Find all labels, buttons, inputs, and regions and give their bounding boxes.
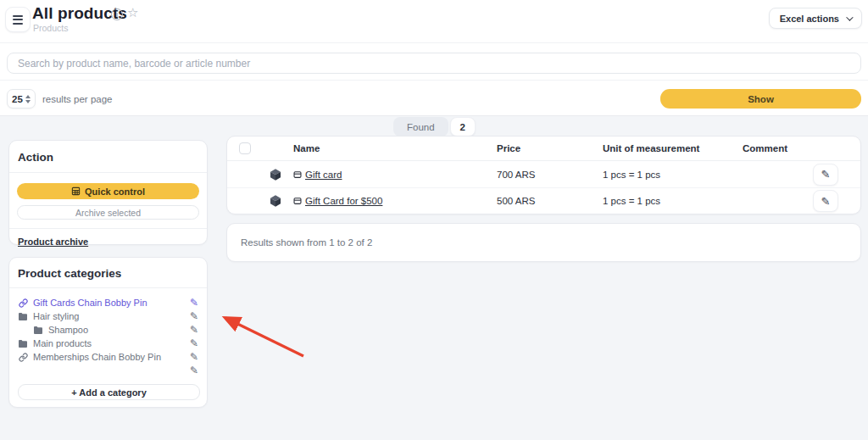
categories-panel-title: Product categories bbox=[9, 258, 207, 287]
chevron-down-icon bbox=[846, 14, 853, 20]
action-panel: Action Quick control Archive selected Pr… bbox=[8, 140, 208, 245]
package-cube-icon bbox=[258, 194, 293, 208]
category-item[interactable]: Hair styling ✎ bbox=[18, 309, 198, 323]
product-price: 700 ARS bbox=[497, 170, 603, 180]
table-row[interactable]: Gift Card for $500 500 ARS 1 pcs = 1 pcs… bbox=[227, 187, 860, 214]
edit-pencil-icon[interactable]: ✎ bbox=[190, 365, 198, 376]
edit-pencil-icon[interactable]: ✎ bbox=[190, 338, 198, 348]
pencil-icon: ✎ bbox=[821, 196, 831, 207]
category-item[interactable]: Shampoo ✎ bbox=[18, 323, 198, 337]
info-icon[interactable]: i bbox=[111, 8, 123, 20]
edit-pencil-icon[interactable]: ✎ bbox=[190, 352, 198, 362]
show-button[interactable]: Show bbox=[660, 89, 861, 109]
product-archive-link[interactable]: Product archive bbox=[18, 237, 88, 247]
table-header-row: Name Price Unit of measurement Comment bbox=[227, 136, 860, 161]
results-tabs: Found 2 bbox=[393, 117, 476, 136]
select-all-checkbox[interactable] bbox=[239, 142, 251, 154]
top-bar: All products Products i ☆ Excel actions … bbox=[0, 0, 868, 116]
quick-control-button[interactable]: Quick control bbox=[17, 183, 199, 199]
divider bbox=[0, 80, 868, 81]
search-input[interactable] bbox=[7, 53, 861, 74]
category-item[interactable]: Gift Cards Chain Bobby Pin ✎ bbox=[18, 296, 198, 309]
column-header-comment: Comment bbox=[743, 143, 813, 153]
column-header-name: Name bbox=[293, 143, 497, 153]
products-table: Name Price Unit of measurement Comment G… bbox=[226, 136, 861, 214]
results-summary-text: Results shown from 1 to 2 of 2 bbox=[227, 237, 372, 248]
excel-actions-button[interactable]: Excel actions bbox=[769, 8, 862, 29]
category-label: Shampoo bbox=[48, 325, 185, 335]
category-label: Gift Cards Chain Bobby Pin bbox=[33, 298, 185, 308]
per-page-label: results per page bbox=[42, 94, 112, 104]
product-unit: 1 pcs = 1 pcs bbox=[603, 196, 743, 206]
category-label: Memberships Chain Bobby Pin bbox=[33, 352, 185, 362]
products-page: All products Products i ☆ Excel actions … bbox=[0, 0, 868, 440]
category-label: Main products bbox=[33, 338, 185, 348]
annotation-arrow bbox=[212, 307, 314, 365]
package-cube-icon bbox=[258, 168, 293, 181]
breadcrumb: Products bbox=[33, 23, 68, 33]
edit-product-button[interactable]: ✎ bbox=[813, 164, 838, 186]
gift-card-icon bbox=[293, 197, 302, 205]
divider bbox=[0, 42, 868, 43]
table-row[interactable]: Gift card 700 ARS 1 pcs = 1 pcs ✎ bbox=[227, 161, 860, 187]
edit-pencil-icon[interactable]: ✎ bbox=[190, 311, 198, 321]
category-item[interactable]: Memberships Chain Bobby Pin ✎ bbox=[18, 350, 198, 364]
tab-found[interactable]: Found bbox=[393, 117, 448, 136]
link-icon bbox=[18, 352, 28, 362]
stepper-icon bbox=[25, 95, 31, 103]
quick-control-label: Quick control bbox=[85, 187, 145, 197]
product-link[interactable]: Gift Card for $500 bbox=[305, 196, 382, 206]
column-header-unit: Unit of measurement bbox=[603, 143, 743, 153]
per-page-value: 25 bbox=[12, 94, 23, 104]
link-icon bbox=[18, 298, 28, 308]
product-price: 500 ARS bbox=[497, 196, 603, 206]
per-page-select[interactable]: 25 bbox=[7, 89, 36, 109]
add-category-button[interactable]: + Add a category bbox=[18, 384, 200, 400]
excel-actions-label: Excel actions bbox=[780, 14, 839, 24]
archive-selected-button[interactable]: Archive selected bbox=[17, 205, 199, 220]
product-link[interactable]: Gift card bbox=[305, 170, 342, 180]
category-list: Gift Cards Chain Bobby Pin ✎ Hair stylin… bbox=[9, 288, 207, 377]
tab-found-count[interactable]: 2 bbox=[450, 117, 476, 136]
category-label: Hair styling bbox=[33, 311, 185, 321]
results-summary-card: Results shown from 1 to 2 of 2 bbox=[226, 223, 861, 262]
edit-product-button[interactable]: ✎ bbox=[813, 190, 838, 212]
action-panel-title: Action bbox=[9, 141, 207, 172]
gift-card-icon bbox=[293, 170, 302, 179]
edit-pencil-icon[interactable]: ✎ bbox=[190, 298, 198, 308]
hamburger-menu-icon[interactable] bbox=[5, 7, 31, 32]
favorite-star-icon[interactable]: ☆ bbox=[127, 5, 138, 20]
folder-icon bbox=[33, 325, 43, 335]
pencil-icon: ✎ bbox=[821, 169, 831, 180]
edit-pencil-icon[interactable]: ✎ bbox=[190, 325, 198, 335]
category-item[interactable]: ✎ bbox=[18, 364, 198, 377]
category-item[interactable]: Main products ✎ bbox=[18, 337, 198, 350]
product-categories-panel: Product categories Gift Cards Chain Bobb… bbox=[8, 257, 208, 408]
column-header-price: Price bbox=[497, 143, 603, 153]
folder-icon bbox=[18, 311, 28, 321]
product-unit: 1 pcs = 1 pcs bbox=[603, 170, 743, 180]
divider bbox=[9, 228, 207, 229]
grid-icon bbox=[71, 187, 81, 196]
folder-icon bbox=[18, 338, 28, 348]
